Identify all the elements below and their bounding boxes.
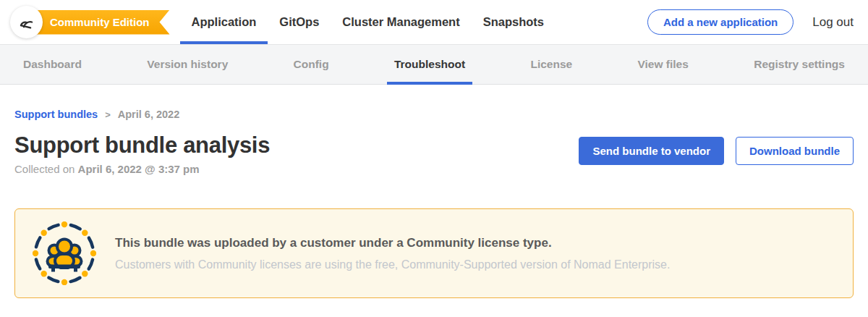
subnav-item-registry-settings[interactable]: Registry settings xyxy=(746,45,852,84)
header-spacer xyxy=(556,0,647,44)
collected-date: April 6, 2022 @ 3:37 pm xyxy=(78,163,200,175)
send-bundle-to-vendor-button[interactable]: Send bundle to vendor xyxy=(579,137,724,165)
subnav-item-version-history[interactable]: Version history xyxy=(140,45,235,84)
add-new-application-button[interactable]: Add a new application xyxy=(647,9,793,35)
app-subnav: Dashboard Version history Config Trouble… xyxy=(0,44,868,85)
logout-link[interactable]: Log out xyxy=(812,15,854,30)
subnav-item-dashboard[interactable]: Dashboard xyxy=(16,45,89,84)
subnav-item-config[interactable]: Config xyxy=(286,45,336,84)
top-header: Community Edition Application GitOps Clu… xyxy=(0,0,868,44)
tab-snapshots[interactable]: Snapshots xyxy=(472,0,556,44)
header-right: Add a new application Log out xyxy=(647,0,854,44)
breadcrumb-current: April 6, 2022 xyxy=(118,109,179,120)
banner-text: This bundle was uploaded by a customer u… xyxy=(115,236,670,271)
community-edition-badge: Community Edition xyxy=(25,10,170,35)
breadcrumb: Support bundles > April 6, 2022 xyxy=(14,109,854,120)
tab-cluster-management[interactable]: Cluster Management xyxy=(331,0,471,44)
subnav-item-license[interactable]: License xyxy=(523,45,579,84)
title-block: Support bundle analysis Collected on Apr… xyxy=(14,132,270,175)
subnav-item-view-files[interactable]: View files xyxy=(631,45,696,84)
banner-heading: This bundle was uploaded by a customer u… xyxy=(115,236,670,250)
page-title: Support bundle analysis xyxy=(14,132,270,158)
download-bundle-button[interactable]: Download bundle xyxy=(736,137,854,165)
subnav-item-troubleshoot[interactable]: Troubleshoot xyxy=(387,45,472,84)
tab-gitops[interactable]: GitOps xyxy=(268,0,331,44)
action-buttons: Send bundle to vendor Download bundle xyxy=(579,132,854,165)
tab-application[interactable]: Application xyxy=(180,0,268,44)
collected-prefix: Collected on xyxy=(14,163,78,175)
community-people-icon xyxy=(33,221,96,285)
community-license-banner: This bundle was uploaded by a customer u… xyxy=(14,208,854,298)
replicated-logo-icon xyxy=(17,13,36,32)
collected-timestamp: Collected on April 6, 2022 @ 3:37 pm xyxy=(14,163,270,175)
replicated-logo[interactable] xyxy=(10,6,43,38)
title-row: Support bundle analysis Collected on Apr… xyxy=(14,132,854,175)
main-content: Support bundles > April 6, 2022 Support … xyxy=(0,109,868,175)
breadcrumb-support-bundles-link[interactable]: Support bundles xyxy=(14,109,98,120)
banner-body: Customers with Community licenses are us… xyxy=(115,258,670,271)
breadcrumb-separator: > xyxy=(105,109,111,120)
logo-wrap: Community Edition xyxy=(10,0,170,44)
top-nav-tabs: Application GitOps Cluster Management Sn… xyxy=(180,0,556,44)
